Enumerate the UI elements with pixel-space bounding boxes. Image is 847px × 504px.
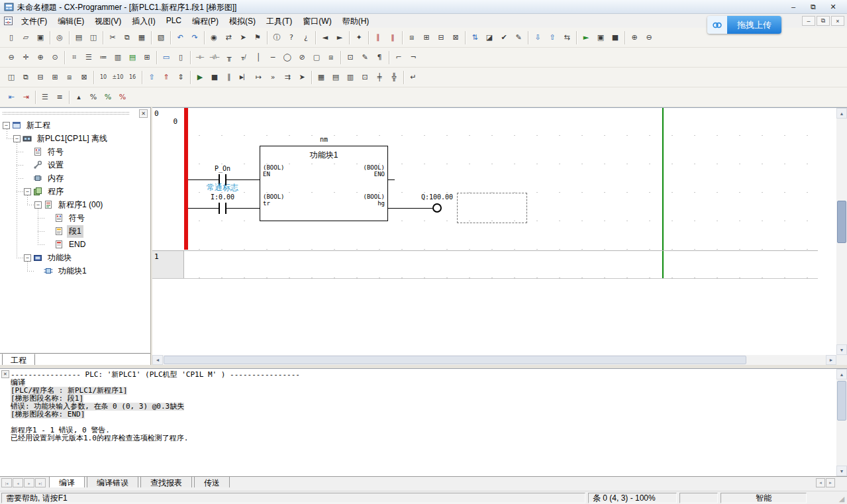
tb-split-window-button[interactable]: ◫	[4, 70, 19, 85]
tb-options-button[interactable]: ✦	[352, 30, 366, 45]
tb-tile-vertical-button[interactable]: ⊞	[48, 70, 62, 85]
tb-or-contact-no-button[interactable]: ╥	[222, 50, 236, 65]
tb-sim-goto-button[interactable]: ➤	[295, 70, 309, 85]
editor-horizontal-scrollbar[interactable]: ◄ ►	[152, 355, 836, 365]
tree-item-section1[interactable]: 段1	[0, 225, 150, 238]
tb-contact-no-button[interactable]: ⊣⊢	[193, 50, 207, 65]
output-line[interactable]: ---------------- PLC: '新PLC1' (PLC机型 'CP…	[11, 371, 836, 379]
tb-vertical-line-button[interactable]: │	[251, 50, 266, 65]
tb-sim-step-over-button[interactable]: ↦	[251, 70, 266, 85]
scroll-up-button[interactable]: ▲	[836, 369, 847, 379]
tb-instruction-button[interactable]: ▢	[309, 50, 324, 65]
tree-item-settings[interactable]: 设置	[0, 158, 150, 172]
tb-cascade-windows-button[interactable]: ⧈	[405, 30, 419, 45]
tree-item-programs[interactable]: −程序	[0, 185, 150, 198]
tb-sim-run-button[interactable]: ▶	[193, 70, 207, 85]
tb-new-button[interactable]: ▯	[4, 30, 19, 45]
tb-zoom-100-button[interactable]: %	[86, 90, 101, 105]
output-tab-compile-errors[interactable]: 编译错误	[87, 477, 138, 488]
mdi-minimize-button[interactable]: –	[802, 16, 815, 26]
output-line[interactable]: [梯形图段名称: END]	[11, 411, 85, 419]
tb-sim-scan-button[interactable]: ⇉	[280, 70, 295, 85]
close-button[interactable]: ✕	[823, 1, 843, 12]
tb-close-all-button[interactable]: ⊠	[77, 70, 91, 85]
tb-force-status-button[interactable]: ╪	[372, 70, 387, 85]
tb-show-symbols-button[interactable]: ≔	[96, 50, 111, 65]
output-close-button[interactable]: ✕	[1, 370, 9, 378]
tb-tile-windows-button[interactable]: ⊞	[419, 30, 434, 45]
output-coil[interactable]	[432, 203, 442, 213]
tb-pause-button[interactable]: ∥	[371, 30, 385, 45]
tb-redo-button[interactable]: ↷	[187, 30, 202, 45]
tree-expander-icon[interactable]: −	[24, 188, 31, 195]
scroll-up-button[interactable]: ▲	[836, 108, 847, 119]
tb-about-button[interactable]: ⓘ	[270, 30, 284, 45]
tb-monitor-button[interactable]: ◪	[482, 30, 497, 45]
fb-instance-name[interactable]: nm	[260, 136, 388, 143]
tb-paste-rung-button[interactable]: ▧	[154, 30, 168, 45]
tb-interlock-button[interactable]: ⌐	[391, 50, 406, 65]
tb-select-mode-button[interactable]: ✛	[19, 50, 33, 65]
tab-scroll-right-button[interactable]: ►	[826, 478, 835, 487]
fb-output-hg[interactable]: (BOOL)hg	[363, 193, 385, 207]
rung-1-header[interactable]: 1	[152, 251, 184, 278]
output-line[interactable]	[11, 419, 836, 427]
tb-monitor-mode-button[interactable]: ▣	[593, 30, 608, 45]
tb-force-cancel-button[interactable]: ⇕	[174, 70, 188, 85]
tb-prev-error-button[interactable]: ◄	[318, 30, 332, 45]
tb-pause-all-button[interactable]: ‖	[385, 30, 400, 45]
tb-close-window-button[interactable]: ⊠	[448, 30, 463, 45]
output-nav-last-button[interactable]: ▸|	[35, 478, 46, 487]
tb-plc-settings-button[interactable]: ⊡	[358, 70, 372, 85]
tb-paste-button[interactable]: ▦	[134, 30, 149, 45]
tb-view-symbol-bar-button[interactable]: ▯	[174, 50, 188, 65]
tb-help-button[interactable]: ?	[284, 30, 299, 45]
upload-button[interactable]: 拖拽上传	[727, 16, 781, 34]
tree-item-fb1[interactable]: 功能块1	[0, 264, 150, 277]
menu-help[interactable]: 帮助(H)	[337, 14, 375, 28]
tb-coil-button[interactable]: ◯	[280, 50, 295, 65]
menu-edit[interactable]: 编辑(E)	[52, 14, 89, 28]
tb-radix-signed-button[interactable]: ±10	[111, 70, 125, 85]
tb-force-on-button[interactable]: ⇑	[159, 70, 174, 85]
tb-compare-with-plc-button[interactable]: ⇆	[560, 30, 574, 45]
tb-rung-comment-button[interactable]: ¶	[372, 50, 387, 65]
menu-plc[interactable]: PLC	[161, 14, 187, 28]
tree-item-memory[interactable]: 内存	[0, 172, 150, 185]
workspace-grip[interactable]: ✕	[0, 108, 150, 119]
output-nav-first-button[interactable]: |◂	[1, 478, 12, 487]
tb-replace-button[interactable]: ⇄	[221, 30, 236, 45]
tb-tile-horizontal-button[interactable]: ⊟	[33, 70, 48, 85]
output-vertical-scrollbar[interactable]: ▲ ▼	[836, 369, 847, 476]
tb-cut-button[interactable]: ✂	[105, 30, 120, 45]
scroll-thumb[interactable]	[164, 356, 746, 364]
fb-input-en[interactable]: (BOOL)EN	[263, 164, 285, 177]
tb-edit-io-comment-button[interactable]: ✎	[358, 50, 372, 65]
tb-search-window-button[interactable]: ◎	[52, 30, 67, 45]
scroll-left-button[interactable]: ◄	[152, 355, 163, 365]
tb-go-parent-button[interactable]: ▴	[72, 90, 86, 105]
tree-expander-icon[interactable]: −	[34, 201, 42, 209]
maximize-button[interactable]: ⧉	[803, 1, 823, 12]
mdi-restore-button[interactable]: ⧉	[817, 16, 830, 26]
tb-io-table-button[interactable]: ▥	[343, 70, 358, 85]
tb-transfer-from-plc-button[interactable]: ⇧	[545, 30, 560, 45]
menu-simulation[interactable]: 模拟(S)	[224, 14, 261, 28]
fb-input-tr[interactable]: (BOOL)tr	[263, 193, 285, 207]
menu-program[interactable]: 编程(P)	[187, 14, 224, 28]
tb-online-edit-button[interactable]: ✎	[511, 30, 526, 45]
tb-contact-nc-button[interactable]: ⊣/⊢	[207, 50, 222, 65]
tree-item-symbols[interactable]: 符号	[0, 145, 150, 158]
tb-bookmark-button[interactable]: ⚑	[250, 30, 265, 45]
tb-zoom-fit-button[interactable]: ⊙	[48, 50, 62, 65]
tb-zoom-minus-button[interactable]: %	[115, 90, 130, 105]
resize-grip[interactable]: ◢	[837, 494, 846, 503]
tb-zoom-in-view-button[interactable]: ⊕	[33, 50, 48, 65]
tb-radix-decimal-button[interactable]: 10	[96, 70, 111, 85]
scroll-down-button[interactable]: ▼	[836, 344, 847, 355]
output-nav-prev-button[interactable]: ◂	[13, 478, 23, 487]
tb-jump-forward-button[interactable]: ⇥	[19, 90, 33, 105]
tb-differential-monitor-button[interactable]: ╬	[387, 70, 401, 85]
tree-item-project[interactable]: −新工程	[0, 119, 150, 132]
tb-comment-list-button[interactable]: ☰	[38, 90, 52, 105]
